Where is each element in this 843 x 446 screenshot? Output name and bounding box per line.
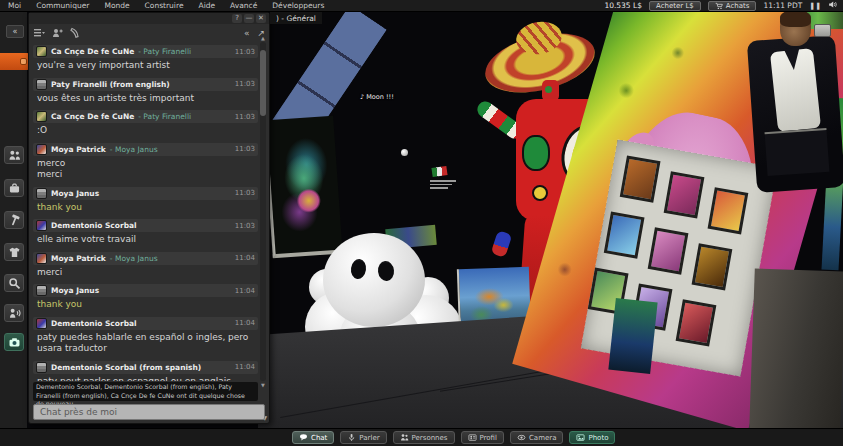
- add-person-icon[interactable]: [51, 27, 63, 39]
- profil-button[interactable]: Profil: [461, 431, 504, 444]
- pause-icon[interactable]: ❚❚: [809, 2, 821, 10]
- chat-message[interactable]: Moya Janus11:03thank you: [33, 187, 258, 217]
- menu-item-avance[interactable]: Avancé: [230, 1, 257, 10]
- personnes-button[interactable]: Personnes: [393, 431, 455, 444]
- menu-item-communiquer[interactable]: Communiquer: [36, 1, 89, 10]
- message-header: Paty Firanelli (from english)11:03: [33, 78, 258, 91]
- chat-message-list[interactable]: Ca Cnçe De fe CuNe- Paty Firanelli11:03y…: [33, 42, 258, 381]
- sender-name[interactable]: Dementonio Scorbal: [51, 319, 137, 328]
- minimize-button[interactable]: —: [244, 14, 254, 23]
- notification-close-icon[interactable]: [20, 58, 27, 65]
- avatar[interactable]: [36, 285, 47, 296]
- chat-message[interactable]: Moya Patrick- Moya Janus11:03mercomerci: [33, 143, 258, 184]
- message-text: :O: [33, 123, 258, 140]
- man-avatar[interactable]: [748, 12, 843, 194]
- menu-item-monde[interactable]: Monde: [104, 1, 129, 10]
- mini-flag-object[interactable]: [431, 166, 447, 177]
- eye-icon: [517, 433, 526, 442]
- chat-message[interactable]: Ca Cnçe De fe CuNe- Paty Firanelli11:03:…: [33, 110, 258, 140]
- avatar[interactable]: [36, 46, 47, 57]
- sender-name[interactable]: Paty Firanelli (from english): [51, 80, 170, 89]
- avatar[interactable]: [36, 111, 47, 122]
- avatar[interactable]: [36, 144, 47, 155]
- chat-button[interactable]: Chat: [292, 431, 334, 444]
- camera-icon[interactable]: [4, 333, 24, 351]
- call-icon[interactable]: [69, 27, 81, 39]
- chat-message[interactable]: Moya Janus11:04thank you: [33, 284, 258, 314]
- new-message-toast[interactable]: Dementonio Scorbal, Dementonio Scorbal (…: [33, 382, 258, 401]
- background-window-title[interactable]: ) - Général: [270, 12, 322, 24]
- buy-currency-button[interactable]: Acheter L$: [649, 1, 701, 11]
- scroll-up-icon[interactable]: ▲: [260, 35, 266, 41]
- button-label: Personnes: [412, 434, 448, 442]
- status-cluster: 10.535 L$ Acheter L$ Achats 11:11 PDT ❚❚: [604, 0, 843, 11]
- shirt-icon[interactable]: [4, 243, 24, 261]
- sender-name[interactable]: Ca Cnçe De fe CuNe: [51, 112, 134, 121]
- chat-input[interactable]: Chat près de moi: [33, 404, 265, 420]
- flag-caption-lines: [430, 178, 458, 189]
- photo-button[interactable]: Photo: [569, 431, 615, 444]
- avatar[interactable]: [36, 188, 47, 199]
- sender-name[interactable]: Moya Patrick: [51, 254, 106, 263]
- harlequin-glove: [491, 230, 513, 257]
- shopping-button[interactable]: Achats: [708, 1, 757, 11]
- conversations-window: ? — ✕ « ↗ Ca Cnçe De fe CuNe- Paty Firan…: [28, 12, 270, 424]
- parler-button[interactable]: Parler: [340, 431, 386, 444]
- floating-sphere[interactable]: [401, 149, 408, 156]
- suitcase-icon[interactable]: [4, 179, 24, 197]
- avatar[interactable]: [36, 220, 47, 231]
- sender-name[interactable]: Dementonio Scorbal: [51, 221, 137, 230]
- sender-name[interactable]: Moya Janus: [51, 189, 99, 198]
- chat-collapse-button[interactable]: «: [6, 25, 24, 38]
- man-shirt: [770, 48, 821, 132]
- framed-artwork: [676, 299, 717, 346]
- torso-pattern-dot: [532, 185, 548, 201]
- camera-button[interactable]: Camera: [510, 431, 563, 444]
- collapse-panel-icon[interactable]: «: [244, 28, 250, 38]
- search-icon[interactable]: [4, 274, 24, 292]
- sender-name[interactable]: Moya Patrick: [51, 145, 106, 154]
- chat-message[interactable]: Dementonio Scorbal11:03elle aime votre t…: [33, 219, 258, 249]
- sender-name[interactable]: Dementonio Scorbal (from spanish): [51, 363, 201, 372]
- chat-scrollbar[interactable]: ▲ ▼: [260, 42, 266, 381]
- scroll-down-icon[interactable]: ▼: [260, 382, 266, 388]
- menu-item-construire[interactable]: Construire: [145, 1, 184, 10]
- chat-message[interactable]: Dementonio Scorbal (from spanish)11:04pa…: [33, 361, 258, 382]
- scroll-thumb[interactable]: [260, 50, 266, 116]
- speaker-icon[interactable]: [828, 0, 837, 11]
- message-header: Dementonio Scorbal11:04: [33, 317, 258, 330]
- message-text: thank you: [33, 200, 258, 217]
- people-icon[interactable]: [4, 146, 24, 164]
- people-icon: [400, 433, 409, 442]
- chat-message[interactable]: Ca Cnçe De fe CuNe- Paty Firanelli11:03y…: [33, 45, 258, 75]
- message-header: Moya Patrick- Moya Janus11:03: [33, 143, 258, 156]
- speak-icon[interactable]: [4, 304, 24, 322]
- sender-name[interactable]: Moya Janus: [51, 286, 99, 295]
- sender-alias: - Moya Janus: [110, 145, 158, 154]
- chat-message[interactable]: Moya Patrick- Moya Janus11:04merci: [33, 252, 258, 282]
- menu-item-developpeurs[interactable]: Développeurs: [272, 1, 324, 10]
- sender-name[interactable]: Ca Cnçe De fe CuNe: [51, 47, 134, 56]
- avatar[interactable]: [36, 253, 47, 264]
- conversation-menu-icon[interactable]: [33, 27, 45, 39]
- menu-item-aide[interactable]: Aide: [199, 1, 216, 10]
- message-text: paty puedes hablarle en español o ingles…: [33, 330, 258, 358]
- hammer-icon[interactable]: [4, 211, 24, 229]
- avatar[interactable]: [36, 362, 47, 373]
- gallery-pillar: [749, 268, 843, 428]
- help-button[interactable]: ?: [232, 14, 242, 23]
- avatar[interactable]: [36, 318, 47, 329]
- menu-item-moi[interactable]: Moi: [8, 1, 21, 10]
- artwork-side-panel[interactable]: [608, 298, 657, 374]
- chat-toolbar: « ↗: [33, 26, 265, 40]
- message-text: merci: [33, 265, 258, 282]
- message-header: Ca Cnçe De fe CuNe- Paty Firanelli11:03: [33, 110, 258, 123]
- framed-artwork: [620, 155, 661, 202]
- chat-message[interactable]: Dementonio Scorbal11:04paty puedes habla…: [33, 317, 258, 358]
- avatar[interactable]: [36, 79, 47, 90]
- close-button[interactable]: ✕: [256, 14, 266, 23]
- chat-message[interactable]: Paty Firanelli (from english)11:03vous ê…: [33, 78, 258, 108]
- button-label: Photo: [588, 434, 608, 442]
- message-timestamp: 11:03: [231, 145, 255, 153]
- notification-tab[interactable]: [0, 53, 30, 70]
